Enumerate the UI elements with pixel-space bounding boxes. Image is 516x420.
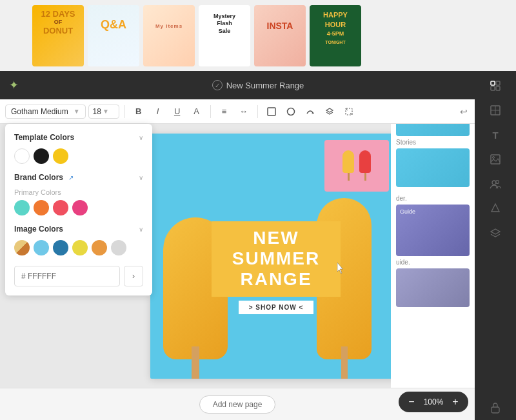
primary-color-swatches: [14, 200, 143, 215]
frame-button[interactable]: [263, 103, 280, 120]
banner-line2: SUMMER: [224, 248, 328, 269]
svg-rect-15: [491, 407, 499, 413]
zoom-value: 100%: [422, 397, 445, 406]
banner-line3: RANGE: [224, 269, 328, 290]
divider-1: [124, 105, 125, 118]
italic-button[interactable]: I: [150, 103, 166, 120]
toolbar: Gotham Medium ▼ 18 ▼ B I U A ≡ ↔ ↩ ↪: [0, 99, 516, 124]
right-panel-card-3[interactable]: Guide: [396, 205, 470, 256]
template-card-2[interactable]: Q&A: [88, 5, 139, 66]
svg-rect-0: [268, 108, 275, 115]
bold-button[interactable]: B: [130, 103, 147, 120]
swatch-black[interactable]: [34, 148, 49, 164]
sidebar-icon-people[interactable]: [482, 172, 508, 195]
color-apply-button[interactable]: ›: [124, 266, 143, 286]
template-strip: 12 DAYS OF DONUT Q&A My Items MysteryFla…: [0, 0, 516, 71]
canvas[interactable]: NEW SUMMER RANGE > SHOP NOW <: [150, 134, 402, 379]
layers-button[interactable]: [321, 103, 338, 120]
svg-rect-6: [491, 81, 495, 85]
image-color-swatches: [14, 240, 143, 255]
template-card-5[interactable]: INSTA: [254, 5, 306, 66]
sidebar-icon-lock[interactable]: [482, 396, 508, 419]
template-color-swatches: [14, 148, 143, 164]
document-title-area: ✓ New Summer Range: [212, 80, 304, 90]
sidebar-icon-text[interactable]: T: [482, 123, 508, 146]
zoom-in-button[interactable]: +: [449, 395, 462, 408]
template-colors-chevron[interactable]: ∨: [139, 134, 143, 141]
divider-3: [257, 105, 258, 118]
zoom-control: − 100% +: [399, 392, 468, 412]
right-panel-label-2: Stories: [396, 139, 470, 146]
font-chevron-icon: ▼: [74, 108, 80, 115]
underline-button[interactable]: U: [169, 103, 186, 120]
font-family-select[interactable]: Gotham Medium ▼: [5, 105, 86, 119]
swatch-yellow[interactable]: [53, 148, 68, 164]
template-colors-header: Template Colors ∨: [14, 133, 143, 142]
undo-button[interactable]: ↩: [455, 103, 472, 120]
size-chevron-icon: ▼: [103, 108, 109, 115]
swatch-lightorange[interactable]: [92, 240, 107, 255]
brand-link[interactable]: ↗: [68, 174, 74, 181]
template-card-3[interactable]: My Items: [143, 5, 195, 66]
svg-rect-8: [491, 86, 495, 90]
crop-button[interactable]: [341, 103, 357, 120]
font-color-button[interactable]: A: [188, 103, 205, 120]
font-name-label: Gotham Medium: [11, 107, 68, 116]
right-panel-card-4[interactable]: [396, 268, 470, 307]
svg-rect-9: [496, 86, 500, 90]
add-page-button[interactable]: Add new page: [199, 395, 276, 414]
canvas-wrapper: NEW SUMMER RANGE > SHOP NOW <: [150, 134, 402, 379]
sidebar-icon-templates[interactable]: [482, 74, 508, 97]
brand-colors-title: Brand Colors: [14, 173, 63, 182]
swatch-icecream[interactable]: [14, 240, 30, 255]
swatch-orange[interactable]: [34, 200, 49, 215]
right-panel-label-4: uide.: [396, 259, 470, 266]
swatch-lemonyellow[interactable]: [72, 240, 88, 255]
color-hex-input[interactable]: # FFFFFF: [14, 266, 120, 286]
template-card-6[interactable]: HAPPY HOUR 4-5PM TONIGHT: [310, 5, 361, 66]
shop-now-button[interactable]: > SHOP NOW <: [239, 301, 314, 314]
document-title: New Summer Range: [226, 81, 304, 90]
svg-point-1: [287, 108, 294, 115]
brand-colors-header: Brand Colors ↗ ∨: [14, 173, 143, 182]
sidebar-icon-grid[interactable]: [482, 99, 508, 122]
svg-rect-7: [496, 81, 500, 85]
template-colors-title: Template Colors: [14, 133, 74, 142]
color-panel: Template Colors ∨ Brand Colors ↗ ∨ Prima…: [5, 124, 152, 295]
sidebar-icon-layers[interactable]: [482, 221, 508, 245]
font-size-label: 18: [93, 107, 101, 116]
template-card-1[interactable]: 12 DAYS OF DONUT: [32, 5, 84, 66]
sidebar-icon-image[interactable]: [482, 148, 508, 171]
primary-colors-label: Primary Colors: [14, 188, 143, 196]
circle-button[interactable]: [283, 103, 299, 120]
banner-line1: NEW: [224, 228, 328, 248]
image-colors-header: Image Colors ∨: [14, 225, 143, 234]
swatch-pink[interactable]: [72, 200, 88, 215]
svg-point-12: [493, 157, 495, 159]
zoom-out-button[interactable]: −: [405, 395, 418, 408]
swatch-white[interactable]: [14, 148, 30, 164]
align-button[interactable]: ≡: [216, 103, 233, 120]
swatch-lightgray[interactable]: [111, 240, 126, 255]
swatch-coral[interactable]: [53, 200, 68, 215]
template-cards-container: 12 DAYS OF DONUT Q&A My Items MysteryFla…: [26, 0, 368, 71]
right-panel-card-2[interactable]: [396, 148, 470, 187]
swatch-sky[interactable]: [34, 240, 49, 255]
divider-2: [210, 105, 211, 118]
font-size-select[interactable]: 18 ▼: [88, 105, 119, 119]
right-sidebar: T: [475, 71, 516, 420]
color-input-row: # FFFFFF ›: [14, 266, 143, 286]
sidebar-icon-shapes[interactable]: [482, 197, 508, 220]
right-panel-label-3: der.: [396, 195, 470, 202]
curve-button[interactable]: [302, 103, 319, 120]
image-colors-title: Image Colors: [14, 225, 63, 234]
template-card-4[interactable]: MysteryFlashSale: [199, 5, 250, 66]
top-nav: ✦ ✓ New Summer Range: [0, 71, 516, 99]
brand-colors-chevron[interactable]: ∨: [139, 174, 143, 181]
app-logo[interactable]: ✦: [9, 78, 19, 92]
swatch-teal2[interactable]: [53, 240, 68, 255]
canvas-banner: NEW SUMMER RANGE > SHOP NOW <: [212, 221, 341, 314]
swatch-teal[interactable]: [14, 200, 30, 215]
spacing-button[interactable]: ↔: [235, 103, 252, 120]
image-colors-chevron[interactable]: ∨: [139, 226, 143, 233]
